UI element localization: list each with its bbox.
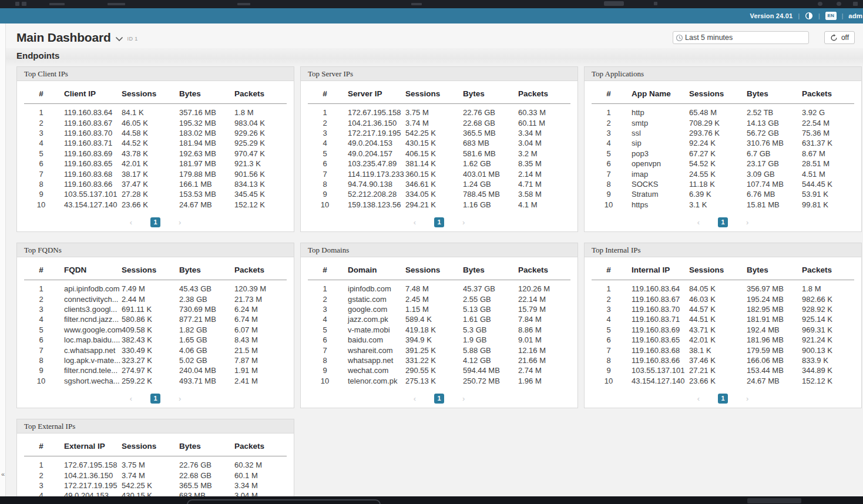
table-cell: 983.04 K	[234, 119, 287, 127]
browser-toolbar-icon	[654, 2, 657, 5]
table-cell: 708.29 K	[689, 119, 747, 127]
chevron-down-icon[interactable]	[115, 36, 123, 42]
current-page-button[interactable]: 1	[434, 394, 444, 404]
table-cell: 357.16 MB	[179, 108, 234, 117]
collapsed-sidebar-rail: «	[0, 23, 6, 496]
column-header: Bytes	[747, 89, 802, 98]
table-row: 6baidu.com394.9 K1.9 GB9.01 M	[308, 335, 570, 345]
table-cell: 589.4 K	[405, 315, 463, 324]
user-menu-label[interactable]: adm	[848, 12, 862, 19]
table-cell: 38.1 K	[689, 346, 747, 355]
table-cell: 114.119.173.233	[342, 170, 405, 179]
previous-page-button[interactable]: ‹	[414, 395, 416, 402]
table-cell: 921.24 K	[802, 335, 854, 344]
time-range-select[interactable]: Last 5 minutes	[673, 31, 809, 44]
table-row: 2104.21.36.1503.74 M22.68 GB60.1 M	[24, 470, 287, 480]
dashboard-panel: Top Internal IPs #Internal IPSessionsByt…	[584, 243, 862, 408]
table-row: 5pop367.27 K6.7 GB8.67 M	[592, 149, 854, 159]
table-cell: 580.86 K	[122, 315, 179, 324]
column-header: Sessions	[405, 89, 463, 98]
table-cell: 1	[308, 108, 342, 117]
table-row: 1119.160.83.6484.1 K357.16 MB1.8 M	[24, 107, 287, 117]
previous-page-button[interactable]: ‹	[130, 219, 132, 226]
table-cell: 153.53 MB	[179, 190, 234, 199]
pagination: ‹ 1 ›	[308, 394, 570, 404]
table-cell: 60.1 M	[234, 471, 287, 480]
table-cell: 104.21.36.150	[58, 471, 122, 480]
table-cell: 788.45 MB	[463, 190, 518, 199]
table-cell: 2	[592, 119, 626, 127]
table-cell: 28.51 M	[802, 159, 854, 168]
table-cell: 594.44 MB	[463, 366, 518, 375]
dashboard-panel: Top External IPs #External IPSessionsByt…	[16, 419, 294, 504]
app-header-right-group: Version 24.01 | | EN | adm	[750, 12, 862, 20]
table-cell: 4.51 M	[802, 170, 854, 179]
table-row: 1172.67.195.1583.75 M22.76 GB60.32 M	[24, 460, 287, 470]
theme-toggle-button[interactable]	[805, 12, 813, 20]
table-cell: 12.16 M	[518, 346, 570, 355]
table-cell: 8.35 M	[518, 159, 570, 168]
next-page-button[interactable]: ›	[179, 219, 181, 226]
panel-table: #FQDNSessionsBytesPackets 1api.ipinfodb.…	[17, 257, 294, 408]
table-cell: 9	[308, 190, 342, 199]
table-cell: 120.26 M	[518, 284, 570, 293]
separator: |	[842, 13, 844, 19]
next-page-button[interactable]: ›	[746, 395, 748, 402]
current-page-button[interactable]: 1	[718, 394, 728, 404]
table-cell: 293.76 K	[689, 129, 747, 137]
table-row: 3google.com1.15 M5.13 GB15.79 M	[308, 304, 570, 314]
table-cell: 67.27 K	[689, 149, 747, 158]
current-page-button[interactable]: 1	[718, 217, 728, 227]
table-cell: 10	[308, 377, 342, 385]
table-cell: www.google.com	[58, 325, 122, 334]
table-row: 449.0.204.153430.15 K683 MB3.04 M	[308, 138, 570, 148]
table-cell: 1.65 GB	[179, 335, 234, 344]
panel-table: #Internal IPSessionsBytesPackets 1119.16…	[585, 257, 861, 408]
next-page-button[interactable]: ›	[746, 219, 748, 226]
column-header: Packets	[234, 89, 287, 98]
refresh-icon	[830, 34, 838, 42]
table-cell: 3	[24, 129, 58, 137]
previous-page-button[interactable]: ‹	[130, 395, 132, 402]
table-cell: 38.17 K	[122, 170, 179, 179]
table-cell: 323.27 K	[122, 356, 179, 365]
current-page-button[interactable]: 1	[150, 394, 160, 404]
language-switch-button[interactable]: EN	[825, 12, 837, 20]
table-cell: log.apk.v-mate...	[58, 356, 122, 365]
table-cell: 833.9 K	[802, 356, 854, 365]
table-row: 2gstatic.com2.45 M2.55 GB22.14 M	[308, 294, 570, 304]
table-cell: 43.154.127.140	[626, 377, 689, 385]
table-cell: 103.235.47.89	[342, 159, 405, 168]
previous-page-button[interactable]: ‹	[697, 395, 700, 402]
auto-refresh-button[interactable]: off	[824, 31, 855, 44]
previous-page-button[interactable]: ‹	[414, 219, 416, 226]
table-cell: 179.88 MB	[179, 170, 234, 179]
current-page-button[interactable]: 1	[434, 217, 444, 227]
table-cell: 3.34 M	[518, 129, 570, 137]
table-cell: 24.55 K	[689, 170, 747, 179]
table-cell: 6	[308, 335, 342, 344]
column-header: Sessions	[689, 266, 747, 274]
table-cell: 391.25 K	[405, 346, 463, 355]
table-cell: 365.5 MB	[179, 481, 234, 490]
table-cell: 46.05 K	[122, 119, 179, 127]
next-page-button[interactable]: ›	[462, 395, 465, 402]
table-cell: 2.74 M	[518, 366, 570, 375]
table-cell: 172.67.195.158	[342, 108, 405, 117]
table-cell: 23.66 K	[689, 377, 747, 385]
next-page-button[interactable]: ›	[179, 395, 181, 402]
table-cell: 5.13 GB	[463, 305, 518, 314]
table-cell: v-mate.mobi	[342, 325, 405, 334]
table-row: 6119.160.83.6542.01 K181.97 MB921.3 K	[24, 159, 287, 169]
double-chevron-left-icon[interactable]: «	[0, 471, 6, 478]
browser-tab-text	[49, 3, 65, 5]
table-cell: 45.43 GB	[179, 284, 234, 293]
table-body: 1119.160.83.6484.05 K356.97 MB1.8 M2119.…	[592, 280, 854, 386]
current-page-button[interactable]: 1	[150, 217, 160, 227]
table-cell: 46.03 K	[689, 295, 747, 304]
previous-page-button[interactable]: ‹	[697, 219, 700, 226]
column-header: External IP	[58, 442, 122, 451]
table-cell: 44.51 K	[689, 315, 747, 324]
table-cell: 3.75 M	[405, 108, 463, 117]
next-page-button[interactable]: ›	[462, 219, 465, 226]
